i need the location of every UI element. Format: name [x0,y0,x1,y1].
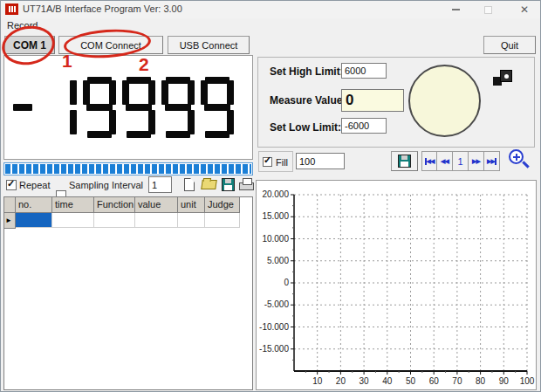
measure-value-label: Measure Value: [270,94,346,107]
save-file-button[interactable] [219,175,236,193]
svg-text:40: 40 [382,376,393,386]
new-file-icon [184,178,195,191]
window-title: UT71A/B Interface Program Ver: 3.00 [23,3,182,14]
app-window: { "window": { "title": "UT71A/B Interfac… [0,0,541,392]
seven-segment-value [13,77,240,138]
fill-checkbox[interactable] [263,157,272,167]
column-header-no[interactable]: no. [16,197,52,213]
com-port-button[interactable]: COM 1 [4,36,55,54]
column-header-time[interactable]: time [52,197,94,213]
zoom-button[interactable] [508,148,532,173]
repeat-checkbox[interactable] [6,180,17,190]
column-header-Judge[interactable]: Judge [205,197,240,213]
svg-text:20: 20 [336,376,346,386]
measurement-chart: 20.00015.00010.0005.0000-5.000-10.000-15… [257,181,536,389]
table-cell[interactable] [205,213,240,228]
page-navigator: ◀◀ ◀◀ 1 ▶▶ ▶▶ [421,151,500,171]
com-connect-button[interactable]: COM Connect [58,36,163,54]
sampling-interval-label: Sampling Interval [69,180,143,190]
menu-record[interactable]: Record [7,20,38,31]
print-button[interactable] [237,175,255,193]
new-file-button[interactable] [181,175,198,193]
svg-text:5.000: 5.000 [267,256,289,265]
svg-text:80: 80 [476,376,486,386]
table-cell[interactable] [135,213,178,228]
svg-text:10.000: 10.000 [262,234,289,244]
table-cell[interactable] [16,213,52,228]
last-page-button[interactable]: ▶▶ [484,151,500,171]
svg-text:-10.000: -10.000 [259,322,289,332]
sampling-interval-input[interactable] [148,176,172,193]
svg-text:70: 70 [452,376,462,386]
last-page-icon [495,158,496,165]
svg-text:60: 60 [429,376,440,386]
svg-text:50: 50 [406,376,416,386]
svg-text:15.000: 15.000 [262,211,289,221]
high-limit-input[interactable] [341,63,387,79]
low-limit-input[interactable] [341,118,387,134]
overlapping-squares-icon [493,69,514,88]
column-header-value[interactable]: value [135,197,178,213]
minimize-icon [452,9,460,10]
next-page-icon: ▶▶ [472,158,480,165]
records-table: no.timeFunctionvalueunitJudge► [3,196,253,390]
annotation-step-1: 1 [62,51,72,72]
open-file-button[interactable] [200,175,217,193]
high-limit-label: Set High Limit: [270,65,344,78]
svg-text:0: 0 [284,278,289,287]
low-limit-label: Set Low Limit: [270,121,341,134]
svg-text:10: 10 [312,376,323,386]
open-file-icon [201,180,217,189]
fill-count-input[interactable] [296,153,345,169]
maximize-icon [484,6,492,14]
quit-button[interactable]: Quit [483,36,536,54]
svg-text:100: 100 [520,376,535,386]
table-cell[interactable] [52,213,94,228]
close-icon: ✕ [520,4,529,15]
first-page-button[interactable]: ◀◀ [421,151,437,171]
prev-page-icon: ◀◀ [441,158,449,165]
next-page-button[interactable]: ▶▶ [469,151,484,171]
fill-group: Fill [258,151,293,172]
table-cell[interactable] [178,213,205,228]
progress-bar [3,162,253,175]
repeat-label: Repeat [19,180,50,190]
app-icon [5,3,18,15]
title-bar: UT71A/B Interface Program Ver: 3.00 ✕ [1,1,540,18]
measure-value-field [341,89,404,112]
chart-panel: 20.00015.00010.0005.0000-5.000-10.000-15… [256,180,537,390]
usb-connect-button[interactable]: USB Connect [168,36,250,54]
save-chart-icon [398,155,411,168]
table-cell[interactable] [94,213,135,228]
pass-fail-indicator [408,65,481,137]
annotation-step-2: 2 [139,54,149,75]
column-header-Function[interactable]: Function [94,197,135,213]
maximize-button[interactable] [475,1,501,18]
svg-text:-15.000: -15.000 [259,344,289,354]
prev-page-button[interactable]: ◀◀ [437,151,453,171]
save-chart-button[interactable] [391,151,418,171]
save-file-icon [222,178,235,191]
svg-text:20.000: 20.000 [262,189,289,199]
column-header-unit[interactable]: unit [178,197,205,213]
lcd-display-panel [3,55,253,160]
fill-label: Fill [276,157,288,168]
progress-bar-fill [5,164,251,174]
print-icon [239,182,254,190]
minimize-button[interactable] [442,1,469,18]
svg-text:90: 90 [499,376,510,386]
menu-bar [1,18,540,33]
row-marker-header [4,197,16,213]
page-number: 1 [453,151,469,171]
close-button[interactable]: ✕ [511,1,538,18]
svg-text:-5.000: -5.000 [264,299,290,309]
row-marker: ► [4,213,16,229]
svg-text:30: 30 [360,376,370,386]
